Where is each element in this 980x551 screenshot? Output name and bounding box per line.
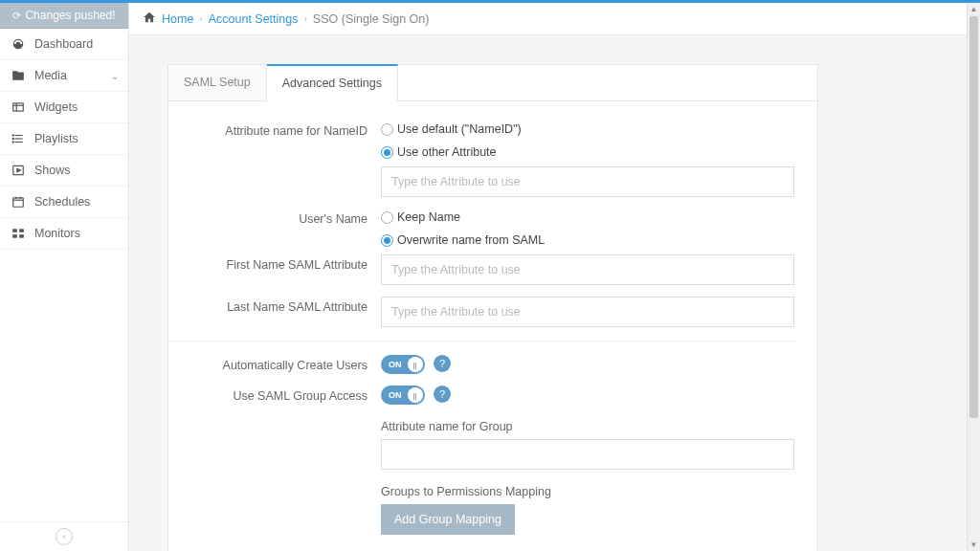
- breadcrumb: Home › Account Settings › SSO (Single Si…: [129, 3, 980, 35]
- add-group-mapping-button[interactable]: Add Group Mapping: [381, 504, 515, 535]
- scrollbar[interactable]: ▲ ▼: [967, 3, 980, 551]
- sidebar-item-label: Playlists: [34, 132, 78, 145]
- svg-marker-10: [17, 168, 20, 172]
- svg-point-8: [12, 142, 13, 143]
- tab-saml-setup[interactable]: SAML Setup: [168, 65, 267, 100]
- radio-icon: [381, 146, 393, 159]
- play-icon: [10, 164, 27, 177]
- help-icon[interactable]: ?: [434, 386, 451, 403]
- nameid-label: Attribute name for NameID: [168, 121, 381, 138]
- firstname-label: First Name SAML Attribute: [168, 254, 381, 272]
- status-text: Changes pushed!: [25, 9, 115, 22]
- home-icon: [143, 11, 156, 27]
- chevron-right-icon: ›: [304, 13, 307, 24]
- nameid-radio-other[interactable]: Use other Attribute: [381, 143, 794, 161]
- sidebar-item-dashboard[interactable]: Dashboard: [0, 29, 128, 60]
- sidebar-item-label: Monitors: [34, 227, 80, 240]
- gauge-icon: [10, 37, 27, 51]
- group-access-label: Use SAML Group Access: [168, 386, 381, 403]
- calendar-icon: [10, 195, 27, 209]
- radio-icon: [381, 123, 393, 136]
- sidebar-collapse[interactable]: ‹: [0, 521, 128, 551]
- sidebar-item-label: Schedules: [34, 195, 90, 209]
- svg-rect-11: [13, 198, 24, 207]
- svg-point-7: [12, 138, 13, 139]
- list-icon: [10, 132, 27, 145]
- group-access-toggle[interactable]: ON ||: [381, 386, 425, 405]
- radio-label: Keep Name: [397, 210, 460, 224]
- svg-rect-15: [12, 229, 17, 232]
- sync-icon: ⟳: [12, 10, 21, 22]
- folder-icon: [10, 69, 27, 82]
- chevron-down-icon: ⌄: [111, 71, 119, 81]
- username-radio-keep[interactable]: Keep Name: [381, 209, 794, 226]
- radio-label: Use default ("NameID"): [397, 122, 522, 136]
- sidebar-item-schedules[interactable]: Schedules: [0, 187, 128, 218]
- help-icon[interactable]: ?: [434, 355, 451, 372]
- username-label: User's Name: [168, 209, 381, 226]
- svg-rect-18: [19, 234, 24, 238]
- scroll-up-icon: ▲: [968, 5, 980, 13]
- grid-icon: [10, 100, 27, 114]
- firstname-attribute-input[interactable]: [381, 254, 794, 285]
- sidebar-item-label: Dashboard: [34, 37, 93, 51]
- breadcrumb-home[interactable]: Home: [162, 12, 193, 26]
- radio-icon: [381, 234, 393, 247]
- sidebar-item-label: Media: [34, 69, 67, 82]
- scroll-down-icon: ▼: [968, 540, 980, 549]
- nameid-radio-default[interactable]: Use default ("NameID"): [381, 121, 794, 138]
- username-radio-overwrite[interactable]: Overwrite name from SAML: [381, 231, 794, 249]
- sidebar-item-label: Shows: [34, 164, 71, 177]
- scrollbar-thumb[interactable]: [969, 16, 978, 418]
- toggle-knob-icon: ||: [408, 357, 423, 372]
- radio-label: Use other Attribute: [397, 145, 497, 159]
- lastname-label: Last Name SAML Attribute: [168, 297, 381, 314]
- breadcrumb-current: SSO (Single Sign On): [313, 12, 430, 26]
- auto-create-toggle[interactable]: ON ||: [381, 355, 425, 374]
- toggle-label: ON: [389, 360, 402, 369]
- sidebar-item-widgets[interactable]: Widgets: [0, 92, 128, 123]
- settings-panel: SAML Setup Advanced Settings Attribute n…: [167, 64, 818, 551]
- chevron-right-icon: ›: [199, 13, 202, 24]
- radio-icon: [381, 211, 393, 224]
- toggle-label: ON: [389, 390, 402, 400]
- sidebar: ⟳Changes pushed! Dashboard Media ⌄ W: [0, 3, 129, 551]
- group-attr-label: Attribute name for Group: [381, 420, 794, 433]
- auto-create-label: Automatically Create Users: [168, 355, 381, 372]
- svg-point-6: [12, 135, 13, 136]
- chevron-left-icon: ‹: [56, 528, 73, 545]
- svg-rect-17: [12, 234, 17, 238]
- status-badge: ⟳Changes pushed!: [0, 3, 128, 29]
- sidebar-item-media[interactable]: Media ⌄: [0, 60, 128, 92]
- svg-rect-0: [13, 103, 24, 111]
- sidebar-item-shows[interactable]: Shows: [0, 155, 128, 187]
- sidebar-item-monitors[interactable]: Monitors: [0, 218, 128, 250]
- nameid-attribute-input[interactable]: [381, 166, 794, 197]
- lastname-attribute-input[interactable]: [381, 297, 794, 327]
- breadcrumb-account[interactable]: Account Settings: [209, 12, 299, 26]
- svg-rect-16: [19, 229, 24, 232]
- group-attribute-input[interactable]: [381, 439, 794, 470]
- groups-mapping-label: Groups to Permissions Mapping: [381, 485, 794, 498]
- toggle-knob-icon: ||: [408, 387, 423, 403]
- radio-label: Overwrite name from SAML: [397, 233, 545, 247]
- sidebar-item-label: Widgets: [34, 100, 78, 114]
- tab-advanced-settings[interactable]: Advanced Settings: [267, 64, 398, 100]
- sidebar-item-playlists[interactable]: Playlists: [0, 123, 128, 155]
- monitors-icon: [10, 227, 27, 240]
